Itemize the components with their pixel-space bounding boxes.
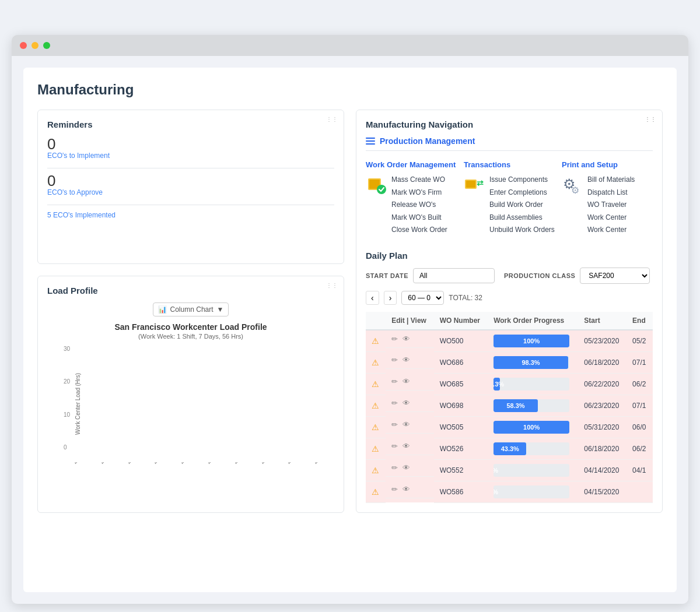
prev-page-button[interactable]: ‹ — [366, 291, 379, 305]
edit-icon[interactable]: ✏ — [391, 485, 398, 494]
warning-cell-4: ⚠ — [366, 416, 386, 438]
prod-class-select[interactable]: SAF200 — [580, 268, 650, 284]
view-icon[interactable]: 👁 — [402, 356, 410, 364]
eco-approve-link[interactable]: ECO's to Approve — [47, 188, 334, 196]
daily-plan-section: ⋮⋮ Daily Plan START DATE PRODUCTION CLAS… — [366, 251, 653, 503]
progress-bar-container-0: 100% — [494, 335, 569, 347]
nav-trans-icon-group: ⇄ Issue Components Enter Completions Bui… — [464, 174, 555, 237]
nav-columns: Work Order Management — [366, 160, 653, 237]
view-icon[interactable]: 👁 — [402, 463, 410, 472]
next-page-button[interactable]: › — [384, 291, 397, 305]
edit-icon[interactable]: ✏ — [391, 442, 398, 451]
edit-icon[interactable]: ✏ — [391, 463, 398, 472]
edit-view-cell-1: ✏👁 — [386, 351, 434, 369]
table-row: ⚠✏👁WO52643.3%06/18/202006/2 — [366, 438, 653, 459]
end-date-cell-2: 06/2 — [626, 373, 653, 395]
table-row: ⚠✏👁WO6858.3%06/22/202006/2 — [366, 373, 653, 395]
progress-bar-fill-4: 100% — [494, 421, 569, 434]
progress-bar-fill-2: 8.3% — [494, 378, 500, 391]
table-row: ⚠✏👁WO5860%04/15/2020 — [366, 481, 653, 502]
start-date-cell-3: 06/23/2020 — [578, 395, 626, 416]
print-setup-icon: ⚙ ⚙ — [562, 174, 583, 195]
th-edit-view: Edit | View — [386, 312, 434, 330]
x-label-2: 2020-20 — [124, 462, 145, 466]
x-label-7: 2020-28 — [258, 462, 278, 466]
progress-cell-0: 100% — [488, 330, 578, 352]
warning-cell-2: ⚠ — [366, 373, 386, 395]
start-date-group: START DATE — [366, 268, 495, 283]
nav-setup-link-2[interactable]: WO Traveler — [587, 199, 635, 212]
nav-wo-link-1[interactable]: Mark WO's Firm — [391, 187, 447, 199]
minimize-button-dot[interactable] — [32, 42, 38, 49]
end-date-cell-4: 06/0 — [626, 416, 653, 438]
chart-type-dropdown[interactable]: 📊 Column Chart ▼ — [153, 303, 229, 316]
drag-handle-daily-plan[interactable]: ⋮⋮ — [645, 116, 656, 122]
daily-plan-title: Daily Plan — [366, 251, 653, 261]
prod-mgmt-label: Production Management — [380, 136, 475, 146]
end-date-cell-3: 07/1 — [626, 395, 653, 416]
nav-setup-link-3[interactable]: Work Center — [587, 212, 635, 224]
nav-trans-link-4[interactable]: Unbuild Work Orders — [489, 224, 555, 237]
x-label-8: 2020-31 — [284, 462, 304, 466]
page-container: Manufacturing ⋮⋮ Reminders 0 ECO's to Im… — [23, 68, 677, 592]
progress-cell-7: 0% — [488, 481, 578, 502]
drag-handle-load-profile[interactable]: ⋮⋮ — [326, 282, 338, 289]
start-date-cell-2: 06/22/2020 — [578, 373, 626, 395]
nav-setup-link-4[interactable]: Work Center — [587, 224, 635, 237]
nav-trans-link-1[interactable]: Enter Completions — [489, 187, 555, 199]
nav-trans-link-2[interactable]: Build Work Order — [489, 199, 555, 212]
reminders-card: ⋮⋮ Reminders 0 ECO's to Implement 0 ECO'… — [37, 110, 344, 264]
nav-trans-links: Issue Components Enter Completions Build… — [489, 174, 555, 237]
view-icon[interactable]: 👁 — [402, 485, 410, 494]
drag-handle-reminders[interactable]: ⋮⋮ — [326, 116, 338, 122]
edit-icon[interactable]: ✏ — [391, 356, 398, 364]
start-date-input[interactable] — [413, 268, 495, 283]
view-icon[interactable]: 👁 — [402, 442, 410, 451]
nav-col-wo: Work Order Management — [366, 160, 457, 237]
view-icon[interactable]: 👁 — [402, 377, 410, 386]
progress-bar-container-2: 8.3% — [494, 378, 569, 391]
edit-view-cell-2: ✏👁 — [386, 373, 434, 391]
th-start: Start — [578, 312, 626, 330]
nav-trans-link-0[interactable]: Issue Components — [489, 174, 555, 187]
mfg-nav-title: Manufacturing Navigation — [366, 119, 653, 129]
nav-setup-link-0[interactable]: Bill of Materials — [587, 174, 635, 187]
view-icon[interactable]: 👁 — [402, 335, 410, 343]
progress-cell-4: 100% — [488, 416, 578, 438]
reminders-title: Reminders — [47, 119, 334, 129]
chart-selector: 📊 Column Chart ▼ — [47, 303, 334, 316]
y-tick-10: 10 — [64, 411, 70, 418]
y-tick-30: 30 — [64, 346, 70, 352]
prod-class-group: PRODUCTION CLASS SAF200 — [504, 268, 650, 284]
load-profile-card: ⋮⋮ Load Profile 📊 Column Chart ▼ San Fra… — [37, 276, 344, 513]
nav-trans-link-3[interactable]: Build Assemblies — [489, 212, 555, 224]
progress-bar-container-6: 0% — [494, 464, 569, 477]
edit-icon[interactable]: ✏ — [391, 377, 398, 386]
view-icon[interactable]: 👁 — [402, 420, 410, 429]
table-row: ⚠✏👁WO69858.3%06/23/202007/1 — [366, 395, 653, 416]
page-size-select[interactable]: 60 — 0 — [401, 291, 444, 305]
eco-implement-link[interactable]: ECO's to Implement — [47, 152, 334, 160]
nav-wo-link-2[interactable]: Release WO's — [391, 199, 447, 212]
browser-window: Manufacturing ⋮⋮ Reminders 0 ECO's to Im… — [12, 35, 688, 604]
x-label-9: 2020-32 — [311, 462, 331, 466]
edit-icon[interactable]: ✏ — [391, 420, 398, 429]
nav-wo-link-4[interactable]: Close Work Order — [391, 224, 447, 237]
maximize-button-dot[interactable] — [43, 42, 50, 49]
nav-wo-link-3[interactable]: Mark WO's Built — [391, 212, 447, 224]
edit-view-cell-0: ✏👁 — [386, 330, 434, 348]
nav-wo-title: Work Order Management — [366, 160, 457, 169]
close-button-dot[interactable] — [20, 42, 27, 49]
warning-cell-1: ⚠ — [366, 351, 386, 373]
x-label-5: 2020-26 — [204, 462, 225, 466]
nav-wo-link-0[interactable]: Mass Create WO — [391, 174, 447, 187]
view-icon[interactable]: 👁 — [402, 399, 410, 407]
daily-plan-header: START DATE PRODUCTION CLASS SAF200 — [366, 268, 653, 284]
edit-view-cell-7: ✏👁 — [386, 481, 434, 498]
eco-implement-count: 0 — [47, 136, 334, 152]
wo-number-cell-5: WO526 — [434, 438, 488, 459]
edit-icon[interactable]: ✏ — [391, 399, 398, 407]
nav-wo-icon-group: Mass Create WO Mark WO's Firm Release WO… — [366, 174, 457, 237]
nav-setup-link-1[interactable]: Dispatch List — [587, 187, 635, 199]
edit-icon[interactable]: ✏ — [391, 335, 398, 343]
